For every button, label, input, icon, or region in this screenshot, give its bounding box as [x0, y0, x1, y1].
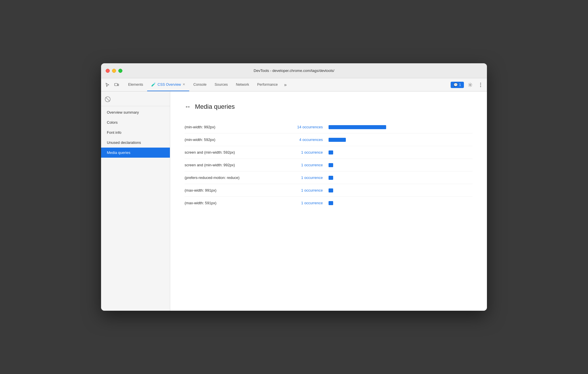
- query-bar-container: [329, 125, 473, 129]
- settings-icon[interactable]: [466, 81, 474, 89]
- query-bar-container: [329, 176, 473, 180]
- sidebar-item-colors[interactable]: Colors: [101, 117, 170, 127]
- query-bar: [329, 138, 346, 142]
- section-title-text: Media queries: [195, 103, 235, 110]
- section-header: ↔ Media queries: [185, 103, 473, 110]
- sidebar-item-font-info[interactable]: Font info: [101, 127, 170, 138]
- query-occurrences[interactable]: 1 occurrence: [282, 163, 323, 167]
- queries-list: (min-width: 992px)14 occurrences(min-wid…: [185, 121, 473, 209]
- query-bar-container: [329, 201, 473, 205]
- query-bar-container: [329, 138, 473, 142]
- query-bar-container: [329, 150, 473, 154]
- tab-sources[interactable]: Sources: [210, 78, 232, 91]
- query-label: screen and (min-width: 992px): [185, 163, 277, 167]
- tab-network[interactable]: Network: [232, 78, 253, 91]
- svg-point-5: [480, 86, 481, 87]
- query-occurrences[interactable]: 1 occurrence: [282, 188, 323, 192]
- query-row: (min-width: 592px)4 occurrences: [185, 133, 473, 146]
- tab-css-overview[interactable]: 🧪 CSS Overview ✕: [147, 78, 189, 91]
- tab-elements[interactable]: Elements: [124, 78, 147, 91]
- block-icon: [105, 96, 111, 102]
- query-occurrences[interactable]: 14 occurrences: [282, 125, 323, 129]
- query-bar: [329, 125, 386, 129]
- flask-icon: 🧪: [151, 82, 156, 87]
- tab-close-button[interactable]: ✕: [183, 83, 185, 86]
- query-bar-container: [329, 188, 473, 192]
- query-occurrences[interactable]: 4 occurrences: [282, 138, 323, 142]
- svg-point-4: [480, 84, 481, 85]
- tab-bar: Elements 🧪 CSS Overview ✕ Console Source…: [101, 78, 487, 91]
- chat-icon: 💬: [454, 83, 458, 87]
- tab-performance[interactable]: Performance: [253, 78, 282, 91]
- query-bar: [329, 150, 333, 154]
- query-row: (prefers-reduced-motion: reduce)1 occurr…: [185, 171, 473, 184]
- query-label: (min-width: 992px): [185, 125, 277, 129]
- query-bar-container: [329, 163, 473, 167]
- query-label: (max-width: 591px): [185, 201, 277, 205]
- svg-rect-1: [118, 84, 119, 86]
- window-title: DevTools - developer.chrome.com/tags/dev…: [254, 68, 334, 73]
- more-tabs-button[interactable]: »: [282, 78, 289, 91]
- query-bar: [329, 201, 333, 205]
- sidebar: Overview summary Colors Font info Unused…: [101, 91, 170, 311]
- feedback-button[interactable]: 💬 1: [451, 82, 464, 88]
- query-row: screen and (min-width: 992px)1 occurrenc…: [185, 159, 473, 171]
- media-queries-icon: ↔: [185, 103, 191, 110]
- close-button[interactable]: [106, 69, 110, 73]
- content-area: ↔ Media queries (min-width: 992px)14 occ…: [170, 91, 487, 311]
- query-label: (prefers-reduced-motion: reduce): [185, 175, 277, 180]
- svg-line-7: [106, 97, 110, 101]
- tabs-container: Elements 🧪 CSS Overview ✕ Console Source…: [124, 78, 451, 91]
- browser-window: DevTools - developer.chrome.com/tags/dev…: [101, 63, 487, 311]
- tab-console[interactable]: Console: [189, 78, 210, 91]
- more-options-icon[interactable]: [477, 81, 485, 89]
- sidebar-item-media-queries[interactable]: Media queries: [101, 148, 170, 158]
- sidebar-top: [101, 94, 170, 106]
- device-toggle-icon[interactable]: [113, 81, 121, 89]
- query-bar: [329, 176, 333, 180]
- title-bar: DevTools - developer.chrome.com/tags/dev…: [101, 63, 487, 78]
- query-label: (min-width: 592px): [185, 138, 277, 142]
- query-row: screen and (min-width: 592px)1 occurrenc…: [185, 146, 473, 159]
- traffic-lights: [106, 69, 122, 73]
- query-occurrences[interactable]: 1 occurrence: [282, 150, 323, 154]
- minimize-button[interactable]: [112, 69, 116, 73]
- sidebar-item-unused-declarations[interactable]: Unused declarations: [101, 138, 170, 148]
- query-occurrences[interactable]: 1 occurrence: [282, 201, 323, 205]
- query-row: (max-width: 991px)1 occurrence: [185, 184, 473, 197]
- svg-point-3: [480, 83, 481, 83]
- devtools-icons: [103, 78, 124, 91]
- query-label: screen and (min-width: 592px): [185, 150, 277, 154]
- svg-point-2: [470, 84, 471, 85]
- svg-rect-0: [115, 83, 117, 86]
- query-bar: [329, 163, 333, 167]
- query-row: (max-width: 591px)1 occurrence: [185, 197, 473, 209]
- sidebar-item-overview[interactable]: Overview summary: [101, 107, 170, 117]
- query-bar: [329, 188, 333, 192]
- query-occurrences[interactable]: 1 occurrence: [282, 175, 323, 180]
- main-area: Overview summary Colors Font info Unused…: [101, 91, 487, 311]
- cursor-icon[interactable]: [103, 81, 111, 89]
- tab-bar-right: 💬 1: [451, 78, 485, 91]
- query-label: (max-width: 991px): [185, 188, 277, 192]
- maximize-button[interactable]: [118, 69, 122, 73]
- query-row: (min-width: 992px)14 occurrences: [185, 121, 473, 133]
